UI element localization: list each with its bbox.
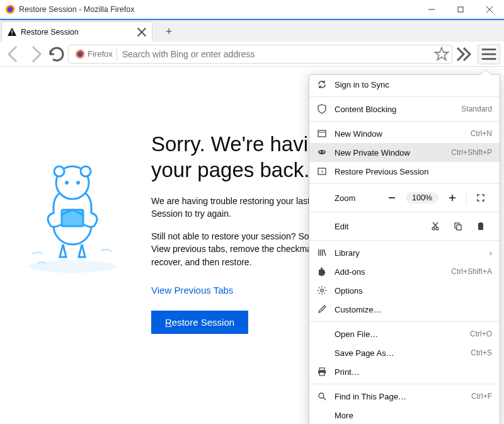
restore-icon xyxy=(317,166,327,176)
svg-line-48 xyxy=(323,398,326,400)
url-bar[interactable]: Firefox xyxy=(68,45,452,64)
tab-restore-session[interactable]: Restore Session xyxy=(1,21,152,42)
gear-icon xyxy=(317,285,327,295)
tab-label: Restore Session xyxy=(21,28,137,37)
window-title: Restore Session - Mozilla Firefox xyxy=(19,5,134,14)
window-icon xyxy=(317,129,327,139)
menu-more[interactable]: More xyxy=(309,406,500,424)
menu-find[interactable]: Find in This Page… Ctrl+F xyxy=(309,387,500,406)
menu-library[interactable]: Library › xyxy=(309,243,500,262)
cut-button[interactable] xyxy=(424,222,447,231)
menu-content-blocking[interactable]: Content Blocking Standard xyxy=(309,100,500,118)
identity-box[interactable]: Firefox xyxy=(71,48,117,60)
app-menu-panel: Sign in to Sync Content Blocking Standar… xyxy=(309,74,500,424)
puzzle-icon xyxy=(317,266,327,277)
zoom-out-button[interactable] xyxy=(381,193,403,202)
svg-point-19 xyxy=(81,166,91,176)
library-icon xyxy=(317,248,327,258)
restore-session-button[interactable]: Restore Session xyxy=(151,311,248,334)
svg-point-26 xyxy=(323,151,324,153)
menu-print[interactable]: Print… xyxy=(309,362,500,381)
menu-options[interactable]: Options xyxy=(309,281,500,300)
window-close-button[interactable] xyxy=(475,0,504,19)
svg-point-43 xyxy=(321,289,323,292)
forward-button[interactable] xyxy=(25,44,45,64)
svg-line-33 xyxy=(433,222,438,227)
tab-close-button[interactable] xyxy=(137,27,147,37)
navigation-toolbar: Firefox xyxy=(0,42,504,67)
zoom-level[interactable]: 100% xyxy=(406,192,438,203)
error-illustration xyxy=(19,156,126,282)
svg-rect-6 xyxy=(11,30,12,33)
svg-point-21 xyxy=(76,181,80,185)
svg-rect-46 xyxy=(319,372,324,375)
menu-zoom-row: Zoom 100% xyxy=(309,186,500,209)
svg-line-34 xyxy=(433,222,437,227)
svg-rect-23 xyxy=(318,130,326,137)
new-tab-button[interactable]: + xyxy=(159,21,179,42)
menu-addons[interactable]: Add-ons Ctrl+Shift+A xyxy=(309,262,500,281)
identity-label: Firefox xyxy=(88,49,113,59)
shield-icon xyxy=(317,104,327,114)
chevron-right-icon: › xyxy=(490,248,492,258)
hamburger-menu-button[interactable] xyxy=(478,44,500,64)
mask-icon xyxy=(317,147,327,158)
svg-rect-44 xyxy=(319,368,324,370)
sync-icon xyxy=(317,79,327,89)
firefox-icon xyxy=(5,4,15,14)
window-minimize-button[interactable] xyxy=(417,0,446,19)
search-icon xyxy=(317,391,327,401)
svg-rect-3 xyxy=(458,7,463,12)
svg-rect-36 xyxy=(457,225,461,230)
menu-save-page[interactable]: Save Page As… Ctrl+S xyxy=(309,343,500,362)
menu-edit-row: Edit xyxy=(309,215,500,238)
fullscreen-button[interactable] xyxy=(469,193,492,202)
menu-new-private-window[interactable]: New Private Window Ctrl+Shift+P xyxy=(309,143,500,162)
overflow-button[interactable] xyxy=(454,44,474,64)
zoom-in-button[interactable] xyxy=(441,193,464,202)
svg-point-31 xyxy=(432,227,435,230)
paintbrush-icon xyxy=(317,304,327,314)
menu-customize[interactable]: Customize… xyxy=(309,300,500,319)
paste-button[interactable] xyxy=(469,222,492,231)
warning-icon xyxy=(7,27,17,37)
svg-rect-22 xyxy=(62,210,83,226)
menu-new-window[interactable]: New Window Ctrl+N xyxy=(309,124,500,143)
svg-rect-38 xyxy=(479,222,482,224)
bookmark-star-button[interactable] xyxy=(434,47,449,62)
address-input[interactable] xyxy=(117,49,434,59)
svg-point-25 xyxy=(319,151,321,153)
svg-rect-37 xyxy=(478,223,483,230)
svg-point-18 xyxy=(54,166,64,176)
menu-sign-in-sync[interactable]: Sign in to Sync xyxy=(309,75,500,94)
back-button[interactable] xyxy=(4,44,24,64)
print-icon xyxy=(317,367,327,377)
view-previous-tabs-link[interactable]: View Previous Tabs xyxy=(151,285,233,295)
tab-strip: Restore Session + xyxy=(0,19,504,42)
window-titlebar: Restore Session - Mozilla Firefox xyxy=(0,0,504,19)
window-maximize-button[interactable] xyxy=(446,0,475,19)
svg-point-47 xyxy=(319,393,324,398)
svg-line-42 xyxy=(324,249,326,256)
firefox-icon xyxy=(75,49,85,59)
svg-point-32 xyxy=(436,227,438,230)
svg-rect-7 xyxy=(11,34,12,35)
copy-button[interactable] xyxy=(447,222,469,231)
menu-restore-previous-session[interactable]: Restore Previous Session xyxy=(309,162,500,181)
menu-open-file[interactable]: Open File… Ctrl+O xyxy=(309,324,500,343)
reload-button[interactable] xyxy=(47,44,67,64)
svg-point-20 xyxy=(65,181,69,185)
